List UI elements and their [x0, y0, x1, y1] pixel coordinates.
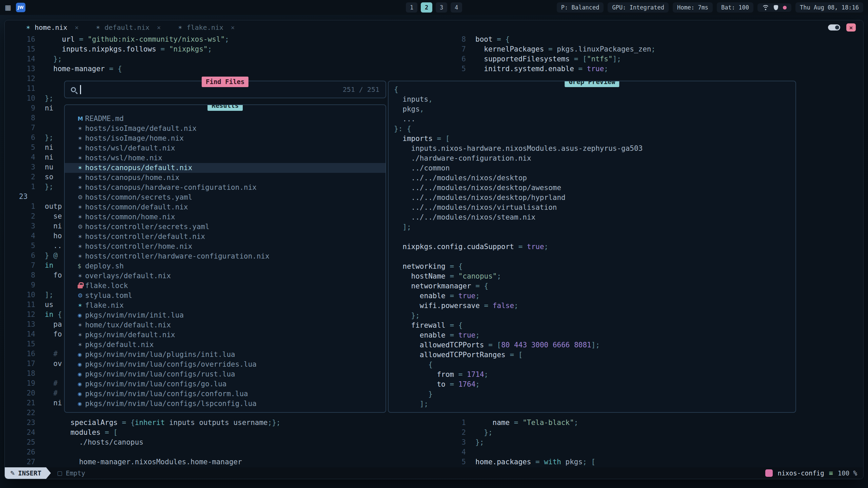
- file-result-item[interactable]: ✶overlays/default.nix: [65, 271, 386, 281]
- app-icon[interactable]: JW: [16, 3, 25, 12]
- file-result-label: hosts/common/secrets.yaml: [85, 192, 192, 202]
- file-result-label: pkgs/nvim/default.nix: [85, 330, 175, 340]
- code-line: 8boot = {: [429, 35, 655, 44]
- line-number: 25: [5, 438, 35, 447]
- file-result-label: pkgs/nvim/nvim/lua/configs/go.lua: [85, 379, 226, 389]
- line-number: 16: [5, 35, 35, 44]
- nix-icon: ✶: [78, 320, 85, 330]
- file-result-item[interactable]: ◉pkgs/nvim/nvim/lua/configs/overrides.lu…: [65, 360, 386, 369]
- find-files-prompt[interactable]: Find Files 251 / 251: [64, 81, 386, 98]
- file-result-label: hosts/controller/home.nix: [85, 242, 192, 251]
- file-result-item[interactable]: ◉pkgs/nvim/nvim/lua/configs/go.lua: [65, 379, 386, 389]
- module-p-balanced[interactable]: P: Balanced: [557, 2, 604, 13]
- file-result-item[interactable]: ◉pkgs/nvim/nvim/lua/plugins/init.lua: [65, 350, 386, 360]
- line-number: 12: [5, 74, 35, 84]
- file-result-item[interactable]: $deploy.sh: [65, 261, 386, 271]
- file-result-item[interactable]: ⚙hosts/controller/secrets.yaml: [65, 222, 386, 232]
- line-number: 18: [5, 369, 35, 379]
- preview-line: }: {: [394, 124, 795, 134]
- file-result-item[interactable]: ✶hosts/controller/hardware-configuration…: [65, 251, 386, 261]
- workspace-3[interactable]: 3: [436, 2, 447, 13]
- nix-icon: ✶: [78, 183, 85, 192]
- line-number: 12: [5, 310, 35, 320]
- workspace-1[interactable]: 1: [406, 2, 417, 13]
- file-result-label: hosts/isoImage/default.nix: [85, 124, 197, 134]
- file-result-item[interactable]: ⚙hosts/common/secrets.yaml: [65, 192, 386, 202]
- code-text: fo: [45, 329, 62, 339]
- file-result-item[interactable]: ✶hosts/canopus/home.nix: [65, 173, 386, 183]
- file-result-item[interactable]: flake.lock: [65, 281, 386, 291]
- clock[interactable]: Thu Aug 08, 18:16: [795, 2, 863, 13]
- toggle-icon[interactable]: [828, 24, 840, 30]
- preview-line: networking = {: [394, 262, 795, 271]
- code-text: specialArgs = {inherit inputs outputs us…: [45, 418, 280, 428]
- code-text: };: [45, 54, 62, 64]
- line-number: 14: [5, 54, 35, 64]
- file-result-item[interactable]: ✶home/tux/default.nix: [65, 320, 386, 330]
- module-home-7ms[interactable]: Home: 7ms: [673, 2, 713, 13]
- file-result-item[interactable]: ✶hosts/common/default.nix: [65, 202, 386, 212]
- code-text: name = "Tela-black";: [475, 418, 578, 428]
- file-result-item[interactable]: ✶hosts/controller/default.nix: [65, 232, 386, 242]
- file-result-item[interactable]: ✶hosts/wsl/default.nix: [65, 143, 386, 153]
- file-result-item[interactable]: ✶hosts/canopus/hardware-configuration.ni…: [65, 183, 386, 192]
- line-number: 10: [5, 290, 35, 300]
- line-number: 4: [429, 447, 466, 457]
- mode-indicator: ✎ INSERT: [5, 467, 46, 479]
- file-result-label: hosts/wsl/home.nix: [85, 153, 162, 163]
- line-number: 7: [5, 261, 35, 270]
- tab-close-icon[interactable]: ×: [231, 24, 235, 31]
- file-result-item[interactable]: ◉pkgs/nvim/nvim/lua/configs/lspconfig.lu…: [65, 399, 386, 409]
- preview-line: enable = true;: [394, 291, 795, 301]
- text-cursor: [80, 85, 81, 94]
- code-line: 15 inputs.nixpkgs.follows = "nixpkgs";: [5, 44, 280, 54]
- workspace-4[interactable]: 4: [451, 2, 462, 13]
- code-text: };: [45, 133, 53, 143]
- file-result-item[interactable]: ✶hosts/isoImage/default.nix: [65, 124, 386, 134]
- code-text: #: [45, 349, 58, 359]
- code-text: ov: [45, 359, 62, 369]
- file-result-item[interactable]: ✶flake.nix: [65, 301, 386, 310]
- grep-preview-panel: Grep Preview { inputs, pkgs, ...}: { imp…: [388, 81, 796, 413]
- file-result-item[interactable]: ◉pkgs/nvim/nvim/lua/configs/conform.lua: [65, 389, 386, 399]
- code-text: in: [45, 261, 53, 270]
- tab-close-icon[interactable]: ×: [157, 24, 161, 31]
- code-line: 5 initrd.systemd.enable = true;: [429, 64, 655, 74]
- file-result-label: pkgs/nvim/nvim/lua/configs/overrides.lua: [85, 360, 257, 369]
- module-bat-100[interactable]: Bat: 100: [717, 2, 753, 13]
- tab-close-icon[interactable]: ×: [75, 24, 79, 31]
- preview-line: hostName = "canopus";: [394, 271, 795, 281]
- lua-icon: ◉: [78, 360, 85, 369]
- tab-label: home.nix: [35, 23, 67, 32]
- file-result-item[interactable]: ✶pkgs/nvim/default.nix: [65, 330, 386, 340]
- module-gpu-integrated[interactable]: GPU: Integrated: [608, 2, 669, 13]
- code-text: home-manager.nixosModules.home-manager: [45, 457, 242, 467]
- tab-home.nix[interactable]: ✶home.nix×: [26, 23, 79, 32]
- file-result-item[interactable]: ✶pkgs/default.nix: [65, 340, 386, 350]
- line-number: 23: [5, 192, 35, 202]
- tab-flake.nix[interactable]: ✶flake.nix×: [178, 23, 235, 32]
- file-result-item[interactable]: ✶hosts/isoImage/home.nix: [65, 134, 386, 143]
- file-result-item[interactable]: ◉pkgs/nvim/nvim/init.lua: [65, 310, 386, 320]
- tab-default.nix[interactable]: ✶default.nix×: [96, 23, 161, 32]
- tray-icons[interactable]: [757, 3, 791, 12]
- app-launcher-icon[interactable]: ▦: [5, 3, 11, 12]
- file-result-item[interactable]: ⚙stylua.toml: [65, 291, 386, 301]
- file-result-item[interactable]: ✶hosts/controller/home.nix: [65, 242, 386, 251]
- workspace-2[interactable]: 2: [421, 2, 432, 13]
- line-number: 4: [5, 231, 35, 241]
- close-icon[interactable]: ×: [846, 23, 856, 32]
- file-result-item[interactable]: MREADME.md: [65, 114, 386, 124]
- tabs: ✶home.nix×✶default.nix×✶flake.nix×: [26, 23, 235, 32]
- file-result-label: hosts/common/home.nix: [85, 212, 175, 222]
- line-number: 24: [5, 428, 35, 438]
- file-result-item[interactable]: ✶hosts/common/home.nix: [65, 212, 386, 222]
- file-result-label: README.md: [85, 114, 124, 124]
- file-result-item[interactable]: ◉pkgs/nvim/nvim/lua/configs/rust.lua: [65, 369, 386, 379]
- line-number: 1: [429, 418, 466, 428]
- file-result-item[interactable]: ✶hosts/wsl/home.nix: [65, 153, 386, 163]
- code-text: ho: [45, 231, 62, 241]
- code-text: supportedFilesystems = ["ntfs"];: [475, 54, 621, 64]
- preview-line: ];: [394, 222, 795, 232]
- file-result-item[interactable]: ✶hosts/canopus/default.nix: [65, 163, 386, 173]
